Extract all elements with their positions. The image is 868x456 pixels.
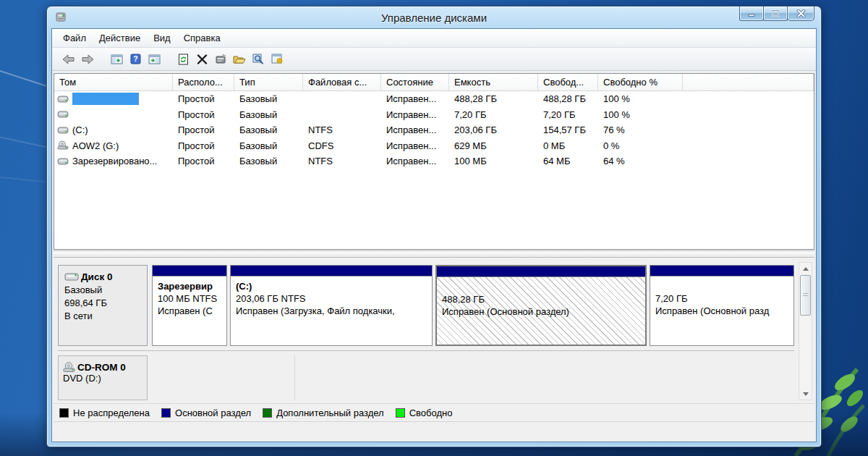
- drive-icon: [57, 125, 69, 135]
- maximize-button[interactable]: [763, 7, 788, 21]
- cell-volume-name: (C:): [72, 124, 88, 135]
- title-bar[interactable]: Управление дисками: [47, 7, 821, 28]
- scroll-up-button[interactable]: [799, 263, 812, 274]
- partition-size: 488,28 ГБ: [442, 293, 640, 305]
- cell-capacity: 629 МБ: [449, 140, 538, 151]
- search-icon[interactable]: [249, 50, 268, 69]
- legend-label: Дополнительный раздел: [276, 408, 384, 418]
- cdrom-region-divider: [294, 355, 295, 400]
- table-row[interactable]: AOW2 (G:) Простой Базовый CDFS Исправен.…: [54, 138, 814, 154]
- legend-swatch-unallocated: [59, 408, 69, 418]
- scrollbar-thumb[interactable]: [800, 275, 811, 316]
- partition-488gb-selected[interactable]: 488,28 ГБ Исправен (Основной раздел): [435, 265, 647, 346]
- drive-icon: [57, 156, 69, 166]
- cdrom0-name: CD-ROM 0: [77, 362, 126, 373]
- column-header-type[interactable]: Тип: [234, 74, 303, 90]
- legend-label: Не распределена: [73, 408, 150, 418]
- graphical-view: Диск 0 Базовый 698,64 ГБ В сети Зарезерв…: [54, 259, 814, 403]
- cell-free-pct: 64 %: [598, 156, 683, 166]
- refresh-icon[interactable]: [174, 50, 192, 69]
- drive-icon: [57, 94, 69, 104]
- menu-file[interactable]: Файл: [56, 30, 93, 46]
- disk-icon: [64, 272, 79, 282]
- scroll-down-button[interactable]: [799, 388, 812, 400]
- cell-fs: NTFS: [303, 156, 381, 166]
- menu-bar: Файл Действие Вид Справка: [52, 29, 816, 48]
- cell-free-pct: 76 %: [598, 124, 683, 135]
- partition-color-bar: [437, 266, 645, 277]
- forward-icon[interactable]: [78, 50, 97, 69]
- column-header-layout[interactable]: Располо...: [173, 74, 234, 90]
- disk0-size: 698,64 ГБ: [64, 297, 142, 308]
- manage-icon[interactable]: [268, 50, 286, 69]
- legend-swatch-free: [396, 408, 405, 418]
- disk0-name: Диск 0: [81, 271, 112, 282]
- delete-icon[interactable]: [192, 50, 211, 69]
- cell-capacity: 100 МБ: [449, 156, 538, 166]
- action-pane-icon[interactable]: [145, 50, 163, 69]
- column-header-capacity[interactable]: Емкость: [449, 74, 538, 90]
- table-row[interactable]: Простой Базовый Исправен... 7,20 ГБ 7,20…: [54, 107, 814, 123]
- partition-strip: Зарезервир 100 МБ NTFS Исправен (С (C:) …: [152, 265, 794, 346]
- column-header-free-pct[interactable]: Свободно %: [598, 74, 683, 90]
- cell-type: Базовый: [234, 140, 303, 151]
- status-bar: [54, 421, 814, 442]
- table-row[interactable]: Простой Базовый Исправен... 488,28 ГБ 48…: [54, 91, 814, 107]
- close-button[interactable]: [787, 7, 814, 21]
- partition-status: Исправен (Загрузка, Файл подкачки,: [236, 305, 427, 317]
- partition-size: 7,20 ГБ: [655, 292, 788, 305]
- partition-7gb[interactable]: 7,20 ГБ Исправен (Основной разд: [650, 265, 794, 346]
- cell-fs: NTFS: [303, 124, 381, 135]
- console-content: Том Располо... Тип Файловая с... Состоян…: [52, 72, 816, 442]
- vertical-scrollbar[interactable]: [799, 262, 812, 400]
- partition-title: Зарезервир: [158, 280, 221, 292]
- cdrom-icon: [63, 362, 76, 373]
- table-row[interactable]: Зарезервировано... Простой Базовый NTFS …: [54, 153, 814, 169]
- cell-status: Исправен...: [381, 156, 449, 166]
- cell-free-pct: 100 %: [598, 109, 683, 120]
- column-header-fs[interactable]: Файловая с...: [303, 74, 381, 90]
- svg-text:?: ?: [133, 54, 137, 63]
- partition-status: Исправен (Основной разд: [655, 305, 788, 317]
- cell-free-pct: 100 %: [598, 93, 683, 104]
- partition-status: Исправен (С: [158, 305, 221, 317]
- window-controls: [740, 7, 814, 21]
- cell-free-pct: 0 %: [598, 140, 683, 151]
- cell-type: Базовый: [234, 109, 303, 120]
- cd-icon: [57, 140, 69, 151]
- menu-help[interactable]: Справка: [177, 30, 227, 46]
- partition-color-bar: [650, 266, 793, 276]
- partition-c[interactable]: (C:) 203,06 ГБ NTFS Исправен (Загрузка, …: [230, 265, 433, 346]
- cell-free: 488,28 ГБ: [538, 93, 598, 104]
- menu-view[interactable]: Вид: [147, 30, 177, 46]
- window-client-area: Файл Действие Вид Справка ?: [51, 28, 817, 442]
- disk-management-window: Управление дисками Файл: [46, 6, 822, 447]
- partition-status: Исправен (Основной раздел): [442, 305, 640, 318]
- legend-label: Основной раздел: [175, 408, 251, 418]
- column-header-filler: [683, 74, 814, 90]
- menu-action[interactable]: Действие: [93, 30, 147, 46]
- minimize-button[interactable]: [739, 7, 764, 21]
- open-folder-icon[interactable]: [230, 50, 249, 69]
- column-header-free[interactable]: Свобод...: [538, 74, 598, 90]
- cell-capacity: 7,20 ГБ: [449, 109, 538, 120]
- column-header-status[interactable]: Состояние: [381, 74, 449, 90]
- properties-icon[interactable]: [211, 50, 230, 69]
- cell-layout: Простой: [173, 109, 234, 120]
- help-icon[interactable]: ?: [126, 50, 145, 69]
- cell-volume-name: AOW2 (G:): [72, 140, 119, 151]
- cell-type: Базовый: [234, 93, 303, 104]
- desktop-background: Управление дисками Файл: [0, 0, 868, 456]
- partition-system-reserved[interactable]: Зарезервир 100 МБ NTFS Исправен (С: [152, 265, 227, 346]
- cell-status: Исправен...: [381, 109, 449, 120]
- splitter[interactable]: [54, 250, 814, 258]
- table-row[interactable]: (C:) Простой Базовый NTFS Исправен... 20…: [54, 122, 814, 138]
- toolbar: ?: [52, 48, 816, 71]
- back-icon[interactable]: [59, 50, 78, 69]
- column-header-volume[interactable]: Том: [54, 74, 173, 90]
- cell-free: 0 МБ: [538, 140, 598, 151]
- disk0-panel[interactable]: Диск 0 Базовый 698,64 ГБ В сети: [58, 265, 148, 346]
- disk0-type: Базовый: [64, 284, 142, 295]
- console-tree-icon[interactable]: [107, 50, 126, 69]
- cdrom0-panel[interactable]: CD-ROM 0 DVD (D:): [58, 355, 148, 400]
